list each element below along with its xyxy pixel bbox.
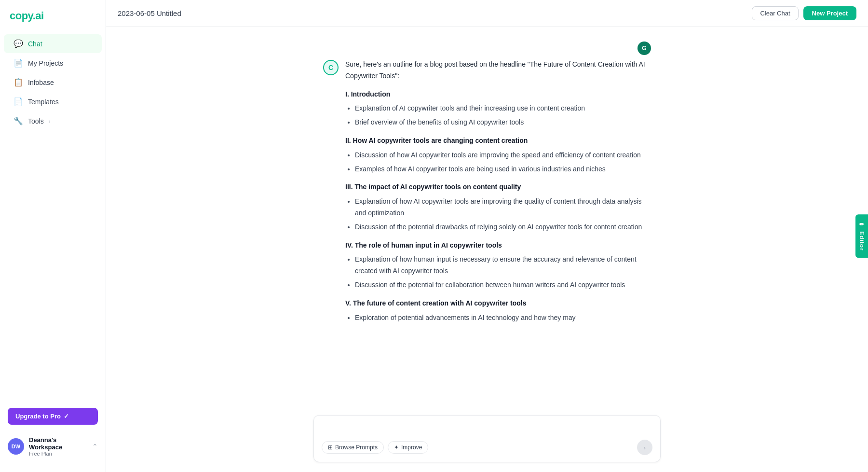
user-info: Deanna's Workspace Free Plan bbox=[29, 436, 87, 457]
grid-icon: ⊞ bbox=[328, 444, 333, 451]
list-item: Brief overview of the benefits of using … bbox=[355, 117, 651, 128]
list-item: Exploration of potential advancements in… bbox=[355, 312, 651, 324]
infobase-icon: 📋 bbox=[14, 78, 23, 87]
sidebar-item-chat[interactable]: 💬 Chat bbox=[4, 34, 102, 53]
section-heading-2: II. How AI copywriter tools are changing… bbox=[345, 135, 651, 147]
avatar: DW bbox=[8, 438, 24, 455]
topbar: 2023-06-05 Untitled Clear Chat New Proje… bbox=[106, 0, 868, 27]
document-title: 2023-06-05 Untitled bbox=[118, 9, 181, 17]
refresh-icon[interactable]: G bbox=[637, 42, 651, 55]
browse-prompts-button[interactable]: ⊞ Browse Prompts bbox=[322, 441, 384, 454]
list-item: Explanation of how human input is necess… bbox=[355, 254, 651, 277]
section-5-list: Exploration of potential advancements in… bbox=[355, 312, 651, 324]
list-item: Explanation of AI copywriter tools and t… bbox=[355, 103, 651, 114]
tools-icon: 🔧 bbox=[14, 116, 23, 125]
check-icon: ✓ bbox=[64, 413, 69, 420]
list-item: Examples of how AI copywriter tools are … bbox=[355, 164, 651, 175]
sidebar-item-chat-label: Chat bbox=[28, 40, 42, 48]
chat-area: G C Sure, here's an outline for a blog p… bbox=[106, 27, 868, 409]
sidebar-item-templates-label: Templates bbox=[28, 98, 59, 106]
section-4-list: Explanation of how human input is necess… bbox=[355, 254, 651, 291]
upgrade-to-pro-button[interactable]: Upgrade to Pro ✓ bbox=[8, 408, 98, 425]
projects-icon: 📄 bbox=[14, 58, 23, 68]
input-left-actions: ⊞ Browse Prompts ✦ Improve bbox=[322, 441, 428, 454]
tools-expand-icon: › bbox=[49, 118, 51, 124]
send-icon: › bbox=[644, 444, 646, 451]
section-1-list: Explanation of AI copywriter tools and t… bbox=[355, 103, 651, 128]
improve-label: Improve bbox=[401, 444, 422, 451]
list-item: Discussion of how AI copywriter tools ar… bbox=[355, 150, 651, 161]
clear-chat-button[interactable]: Clear Chat bbox=[752, 6, 798, 20]
topbar-actions: Clear Chat New Project bbox=[752, 6, 856, 20]
sparkle-icon: ✦ bbox=[394, 444, 399, 451]
sidebar: copy.ai 💬 Chat 📄 My Projects 📋 Infobase … bbox=[0, 0, 106, 472]
section-heading-1: I. Introduction bbox=[345, 89, 651, 100]
sidebar-item-infobase-label: Infobase bbox=[28, 79, 54, 86]
logo-text: copy.ai bbox=[10, 10, 44, 22]
upgrade-label: Upgrade to Pro bbox=[15, 413, 61, 420]
section-heading-5: V. The future of content creation with A… bbox=[345, 298, 651, 309]
user-area[interactable]: DW Deanna's Workspace Free Plan ⌃ bbox=[0, 430, 106, 462]
chat-input[interactable] bbox=[322, 422, 652, 434]
list-item: Explanation of how AI copywriter tools a… bbox=[355, 196, 651, 219]
ai-message-body: Sure, here's an outline for a blog post … bbox=[345, 59, 651, 327]
sidebar-item-tools-label: Tools bbox=[28, 117, 44, 125]
refresh-icon-area: G bbox=[323, 42, 651, 55]
new-project-button[interactable]: New Project bbox=[803, 6, 856, 20]
chat-icon: 💬 bbox=[14, 39, 23, 48]
editor-tab[interactable]: ✏ Editor bbox=[855, 214, 868, 258]
sidebar-nav: 💬 Chat 📄 My Projects 📋 Infobase 📄 Templa… bbox=[0, 34, 106, 131]
list-item: Discussion of the potential drawbacks of… bbox=[355, 222, 651, 233]
section-heading-4: IV. The role of human input in AI copywr… bbox=[345, 240, 651, 251]
logo[interactable]: copy.ai bbox=[0, 10, 106, 34]
ai-message: C Sure, here's an outline for a blog pos… bbox=[323, 59, 651, 327]
user-name: Deanna's Workspace bbox=[29, 436, 87, 451]
section-3-list: Explanation of how AI copywriter tools a… bbox=[355, 196, 651, 233]
user-plan: Free Plan bbox=[29, 451, 87, 457]
list-item: Discussion of the potential for collabor… bbox=[355, 279, 651, 291]
avatar-initials: DW bbox=[12, 444, 20, 449]
input-area: ⊞ Browse Prompts ✦ Improve › bbox=[106, 409, 868, 472]
sidebar-item-templates[interactable]: 📄 Templates bbox=[4, 92, 102, 111]
templates-icon: 📄 bbox=[14, 97, 23, 106]
main-area: 2023-06-05 Untitled Clear Chat New Proje… bbox=[106, 0, 868, 472]
browse-prompts-label: Browse Prompts bbox=[335, 444, 378, 451]
user-chevron-icon: ⌃ bbox=[92, 443, 98, 450]
sidebar-item-infobase[interactable]: 📋 Infobase bbox=[4, 73, 102, 92]
sidebar-item-my-projects[interactable]: 📄 My Projects bbox=[4, 54, 102, 72]
editor-tab-label: Editor bbox=[858, 231, 865, 251]
chat-content: G C Sure, here's an outline for a blog p… bbox=[313, 42, 661, 337]
input-box: ⊞ Browse Prompts ✦ Improve › bbox=[313, 415, 661, 462]
sidebar-item-projects-label: My Projects bbox=[28, 59, 63, 67]
send-button[interactable]: › bbox=[637, 440, 652, 455]
input-actions: ⊞ Browse Prompts ✦ Improve › bbox=[322, 440, 652, 455]
ai-avatar: C bbox=[323, 60, 339, 75]
pencil-icon: ✏ bbox=[858, 221, 865, 228]
ai-intro-text: Sure, here's an outline for a blog post … bbox=[345, 59, 651, 82]
improve-button[interactable]: ✦ Improve bbox=[388, 441, 428, 454]
sidebar-item-tools[interactable]: 🔧 Tools › bbox=[4, 111, 102, 130]
section-2-list: Discussion of how AI copywriter tools ar… bbox=[355, 150, 651, 175]
section-heading-3: III. The impact of AI copywriter tools o… bbox=[345, 181, 651, 193]
